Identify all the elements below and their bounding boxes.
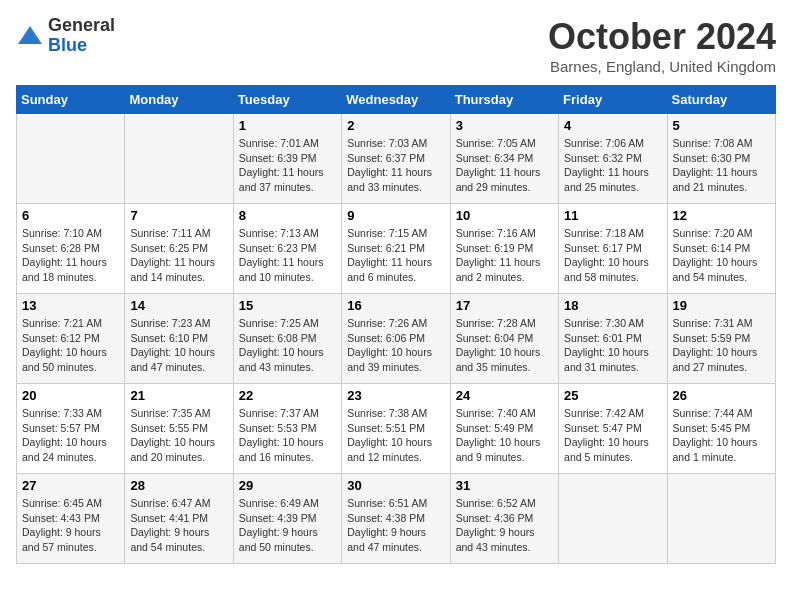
page-header: General Blue October 2024 Barnes, Englan…: [16, 16, 776, 75]
day-number: 27: [22, 478, 119, 493]
calendar-cell: 15Sunrise: 7:25 AM Sunset: 6:08 PM Dayli…: [233, 294, 341, 384]
location-text: Barnes, England, United Kingdom: [548, 58, 776, 75]
day-number: 5: [673, 118, 770, 133]
calendar-cell: 21Sunrise: 7:35 AM Sunset: 5:55 PM Dayli…: [125, 384, 233, 474]
day-number: 26: [673, 388, 770, 403]
day-content: Sunrise: 7:08 AM Sunset: 6:30 PM Dayligh…: [673, 136, 770, 195]
day-content: Sunrise: 7:18 AM Sunset: 6:17 PM Dayligh…: [564, 226, 661, 285]
calendar-cell: 17Sunrise: 7:28 AM Sunset: 6:04 PM Dayli…: [450, 294, 558, 384]
calendar-cell: 12Sunrise: 7:20 AM Sunset: 6:14 PM Dayli…: [667, 204, 775, 294]
day-content: Sunrise: 7:44 AM Sunset: 5:45 PM Dayligh…: [673, 406, 770, 465]
day-number: 11: [564, 208, 661, 223]
calendar-cell: 16Sunrise: 7:26 AM Sunset: 6:06 PM Dayli…: [342, 294, 450, 384]
weekday-header-wednesday: Wednesday: [342, 86, 450, 114]
day-number: 29: [239, 478, 336, 493]
day-content: Sunrise: 7:33 AM Sunset: 5:57 PM Dayligh…: [22, 406, 119, 465]
calendar-cell: 23Sunrise: 7:38 AM Sunset: 5:51 PM Dayli…: [342, 384, 450, 474]
day-content: Sunrise: 7:26 AM Sunset: 6:06 PM Dayligh…: [347, 316, 444, 375]
day-content: Sunrise: 7:05 AM Sunset: 6:34 PM Dayligh…: [456, 136, 553, 195]
title-area: October 2024 Barnes, England, United Kin…: [548, 16, 776, 75]
calendar-cell: 14Sunrise: 7:23 AM Sunset: 6:10 PM Dayli…: [125, 294, 233, 384]
day-number: 8: [239, 208, 336, 223]
calendar-cell: 20Sunrise: 7:33 AM Sunset: 5:57 PM Dayli…: [17, 384, 125, 474]
week-row-4: 20Sunrise: 7:33 AM Sunset: 5:57 PM Dayli…: [17, 384, 776, 474]
weekday-header-sunday: Sunday: [17, 86, 125, 114]
day-number: 1: [239, 118, 336, 133]
day-number: 24: [456, 388, 553, 403]
day-content: Sunrise: 7:40 AM Sunset: 5:49 PM Dayligh…: [456, 406, 553, 465]
day-content: Sunrise: 6:52 AM Sunset: 4:36 PM Dayligh…: [456, 496, 553, 555]
week-row-3: 13Sunrise: 7:21 AM Sunset: 6:12 PM Dayli…: [17, 294, 776, 384]
day-content: Sunrise: 7:15 AM Sunset: 6:21 PM Dayligh…: [347, 226, 444, 285]
week-row-5: 27Sunrise: 6:45 AM Sunset: 4:43 PM Dayli…: [17, 474, 776, 564]
day-number: 13: [22, 298, 119, 313]
calendar-cell: 22Sunrise: 7:37 AM Sunset: 5:53 PM Dayli…: [233, 384, 341, 474]
calendar-cell: 26Sunrise: 7:44 AM Sunset: 5:45 PM Dayli…: [667, 384, 775, 474]
day-content: Sunrise: 7:42 AM Sunset: 5:47 PM Dayligh…: [564, 406, 661, 465]
day-number: 31: [456, 478, 553, 493]
weekday-header-tuesday: Tuesday: [233, 86, 341, 114]
day-content: Sunrise: 7:06 AM Sunset: 6:32 PM Dayligh…: [564, 136, 661, 195]
logo-blue-text: Blue: [48, 36, 115, 56]
day-number: 12: [673, 208, 770, 223]
calendar-cell: 11Sunrise: 7:18 AM Sunset: 6:17 PM Dayli…: [559, 204, 667, 294]
day-number: 16: [347, 298, 444, 313]
day-content: Sunrise: 7:23 AM Sunset: 6:10 PM Dayligh…: [130, 316, 227, 375]
day-content: Sunrise: 7:21 AM Sunset: 6:12 PM Dayligh…: [22, 316, 119, 375]
calendar-cell: 25Sunrise: 7:42 AM Sunset: 5:47 PM Dayli…: [559, 384, 667, 474]
day-number: 22: [239, 388, 336, 403]
calendar-cell: 24Sunrise: 7:40 AM Sunset: 5:49 PM Dayli…: [450, 384, 558, 474]
day-content: Sunrise: 7:37 AM Sunset: 5:53 PM Dayligh…: [239, 406, 336, 465]
calendar-cell: 1Sunrise: 7:01 AM Sunset: 6:39 PM Daylig…: [233, 114, 341, 204]
day-content: Sunrise: 7:16 AM Sunset: 6:19 PM Dayligh…: [456, 226, 553, 285]
week-row-1: 1Sunrise: 7:01 AM Sunset: 6:39 PM Daylig…: [17, 114, 776, 204]
calendar-cell: [17, 114, 125, 204]
day-content: Sunrise: 7:31 AM Sunset: 5:59 PM Dayligh…: [673, 316, 770, 375]
day-content: Sunrise: 6:47 AM Sunset: 4:41 PM Dayligh…: [130, 496, 227, 555]
weekday-header-row: SundayMondayTuesdayWednesdayThursdayFrid…: [17, 86, 776, 114]
day-number: 28: [130, 478, 227, 493]
calendar-cell: 29Sunrise: 6:49 AM Sunset: 4:39 PM Dayli…: [233, 474, 341, 564]
day-content: Sunrise: 6:45 AM Sunset: 4:43 PM Dayligh…: [22, 496, 119, 555]
day-content: Sunrise: 6:49 AM Sunset: 4:39 PM Dayligh…: [239, 496, 336, 555]
calendar-cell: 28Sunrise: 6:47 AM Sunset: 4:41 PM Dayli…: [125, 474, 233, 564]
day-number: 20: [22, 388, 119, 403]
day-number: 3: [456, 118, 553, 133]
calendar-cell: 3Sunrise: 7:05 AM Sunset: 6:34 PM Daylig…: [450, 114, 558, 204]
day-content: Sunrise: 7:28 AM Sunset: 6:04 PM Dayligh…: [456, 316, 553, 375]
calendar-cell: 19Sunrise: 7:31 AM Sunset: 5:59 PM Dayli…: [667, 294, 775, 384]
weekday-header-monday: Monday: [125, 86, 233, 114]
calendar-cell: [125, 114, 233, 204]
day-content: Sunrise: 7:11 AM Sunset: 6:25 PM Dayligh…: [130, 226, 227, 285]
day-number: 7: [130, 208, 227, 223]
day-content: Sunrise: 7:20 AM Sunset: 6:14 PM Dayligh…: [673, 226, 770, 285]
day-number: 14: [130, 298, 227, 313]
day-number: 15: [239, 298, 336, 313]
month-title: October 2024: [548, 16, 776, 58]
calendar-cell: 27Sunrise: 6:45 AM Sunset: 4:43 PM Dayli…: [17, 474, 125, 564]
day-content: Sunrise: 7:25 AM Sunset: 6:08 PM Dayligh…: [239, 316, 336, 375]
weekday-header-friday: Friday: [559, 86, 667, 114]
calendar-cell: 10Sunrise: 7:16 AM Sunset: 6:19 PM Dayli…: [450, 204, 558, 294]
logo: General Blue: [16, 16, 115, 56]
day-content: Sunrise: 7:10 AM Sunset: 6:28 PM Dayligh…: [22, 226, 119, 285]
weekday-header-thursday: Thursday: [450, 86, 558, 114]
weekday-header-saturday: Saturday: [667, 86, 775, 114]
logo-icon: [16, 22, 44, 50]
day-content: Sunrise: 7:01 AM Sunset: 6:39 PM Dayligh…: [239, 136, 336, 195]
calendar-cell: 13Sunrise: 7:21 AM Sunset: 6:12 PM Dayli…: [17, 294, 125, 384]
calendar-cell: 9Sunrise: 7:15 AM Sunset: 6:21 PM Daylig…: [342, 204, 450, 294]
logo-general-text: General: [48, 16, 115, 36]
day-number: 25: [564, 388, 661, 403]
calendar-cell: [559, 474, 667, 564]
day-number: 17: [456, 298, 553, 313]
week-row-2: 6Sunrise: 7:10 AM Sunset: 6:28 PM Daylig…: [17, 204, 776, 294]
day-number: 23: [347, 388, 444, 403]
day-content: Sunrise: 6:51 AM Sunset: 4:38 PM Dayligh…: [347, 496, 444, 555]
calendar-cell: 2Sunrise: 7:03 AM Sunset: 6:37 PM Daylig…: [342, 114, 450, 204]
day-number: 4: [564, 118, 661, 133]
calendar-cell: 31Sunrise: 6:52 AM Sunset: 4:36 PM Dayli…: [450, 474, 558, 564]
calendar-table: SundayMondayTuesdayWednesdayThursdayFrid…: [16, 85, 776, 564]
calendar-cell: 6Sunrise: 7:10 AM Sunset: 6:28 PM Daylig…: [17, 204, 125, 294]
day-number: 10: [456, 208, 553, 223]
